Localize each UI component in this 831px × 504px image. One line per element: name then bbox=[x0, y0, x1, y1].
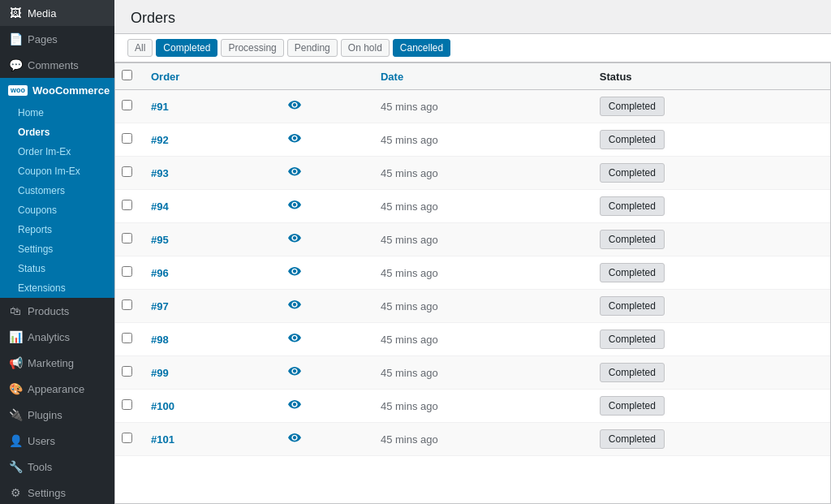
order-link[interactable]: #97 bbox=[151, 300, 169, 312]
row-checkbox[interactable] bbox=[122, 266, 132, 277]
row-checkbox[interactable] bbox=[122, 399, 132, 410]
sidebar-item-order-im-ex[interactable]: Order Im-Ex bbox=[0, 142, 114, 162]
eye-cell bbox=[278, 256, 371, 290]
table-row: #101 45 mins ago Completed bbox=[115, 423, 830, 456]
sidebar-item-plugins[interactable]: 🔌 Plugins bbox=[0, 402, 114, 428]
view-icon[interactable] bbox=[288, 266, 301, 279]
row-checkbox-cell bbox=[115, 123, 141, 157]
view-icon[interactable] bbox=[288, 133, 301, 146]
date-cell: 45 mins ago bbox=[371, 123, 590, 157]
row-checkbox-cell bbox=[115, 356, 141, 390]
eye-cell bbox=[278, 390, 371, 423]
date-cell: 45 mins ago bbox=[371, 423, 590, 456]
row-checkbox[interactable] bbox=[122, 166, 132, 177]
filter-tab-processing[interactable]: Processing bbox=[221, 39, 283, 57]
row-checkbox-cell bbox=[115, 256, 141, 290]
view-icon[interactable] bbox=[288, 333, 301, 346]
sidebar-item-woocommerce[interactable]: woo WooCommerce bbox=[0, 78, 114, 103]
date-cell: 45 mins ago bbox=[371, 323, 590, 356]
filter-tab-all[interactable]: All bbox=[127, 39, 153, 57]
view-icon[interactable] bbox=[288, 433, 301, 446]
select-all-checkbox[interactable] bbox=[122, 70, 132, 80]
row-checkbox[interactable] bbox=[122, 200, 132, 210]
order-cell: #100 bbox=[141, 390, 278, 423]
sidebar-item-tools[interactable]: 🔧 Tools bbox=[0, 454, 114, 480]
order-link[interactable]: #92 bbox=[151, 134, 169, 146]
row-checkbox[interactable] bbox=[122, 233, 132, 243]
filter-tab-completed[interactable]: Completed bbox=[156, 39, 217, 57]
sidebar-item-orders[interactable]: Orders bbox=[0, 123, 114, 142]
filter-tab-cancelled[interactable]: Cancelled bbox=[393, 39, 450, 57]
date-column-header[interactable]: Date bbox=[371, 63, 590, 90]
plugins-icon: 🔌 bbox=[8, 408, 23, 421]
order-link[interactable]: #94 bbox=[151, 200, 169, 213]
view-icon[interactable] bbox=[288, 366, 301, 379]
row-checkbox[interactable] bbox=[122, 333, 132, 343]
order-link[interactable]: #96 bbox=[151, 267, 169, 279]
table-row: #95 45 mins ago Completed bbox=[115, 223, 830, 256]
sidebar-item-reports[interactable]: Reports bbox=[0, 220, 114, 239]
sidebar-item-pages[interactable]: 📄 Pages bbox=[0, 26, 114, 52]
order-link[interactable]: #91 bbox=[151, 101, 169, 113]
sidebar-item-coupons[interactable]: Coupons bbox=[0, 200, 114, 220]
sidebar-item-marketing[interactable]: 📢 Marketing bbox=[0, 350, 114, 376]
filter-tab-on-hold[interactable]: On hold bbox=[341, 39, 390, 57]
pages-icon: 📄 bbox=[8, 32, 23, 45]
users-icon: 👤 bbox=[8, 434, 23, 447]
orders-table-container[interactable]: Order Date Status #91 45 mins ago Comp bbox=[114, 62, 831, 504]
row-checkbox[interactable] bbox=[122, 366, 132, 377]
orders-table-body: #91 45 mins ago Completed #92 bbox=[115, 90, 830, 456]
view-icon[interactable] bbox=[288, 233, 301, 246]
sidebar-item-extensions[interactable]: Extensions bbox=[0, 278, 114, 298]
table-row: #100 45 mins ago Completed bbox=[115, 390, 830, 423]
status-cell: Completed bbox=[590, 290, 830, 323]
sidebar-item-settings-main[interactable]: ⚙ Settings bbox=[0, 480, 114, 504]
view-icon[interactable] bbox=[288, 399, 301, 412]
date-cell: 45 mins ago bbox=[371, 356, 590, 390]
order-link[interactable]: #101 bbox=[151, 433, 174, 446]
date-cell: 45 mins ago bbox=[371, 190, 590, 223]
sidebar-item-comments[interactable]: 💬 Comments bbox=[0, 52, 114, 78]
order-column-header[interactable]: Order bbox=[141, 63, 278, 90]
order-link[interactable]: #100 bbox=[151, 400, 174, 412]
order-cell: #98 bbox=[141, 323, 278, 356]
status-badge: Completed bbox=[600, 396, 665, 416]
sidebar-item-users[interactable]: 👤 Users bbox=[0, 428, 114, 454]
sidebar-item-coupon-im-ex[interactable]: Coupon Im-Ex bbox=[0, 162, 114, 181]
row-checkbox-cell bbox=[115, 223, 141, 256]
sidebar-item-media[interactable]: 🖼 Media bbox=[0, 0, 114, 26]
view-icon[interactable] bbox=[288, 100, 301, 113]
status-badge: Completed bbox=[600, 130, 665, 149]
eye-cell bbox=[278, 290, 371, 323]
sidebar-item-analytics[interactable]: 📊 Analytics bbox=[0, 324, 114, 350]
row-checkbox[interactable] bbox=[122, 133, 132, 144]
sidebar-item-customers[interactable]: Customers bbox=[0, 181, 114, 200]
view-icon[interactable] bbox=[288, 200, 301, 213]
order-link[interactable]: #98 bbox=[151, 334, 169, 346]
woocommerce-submenu: Home Orders Order Im-Ex Coupon Im-Ex Cus… bbox=[0, 103, 114, 298]
order-cell: #94 bbox=[141, 190, 278, 223]
page-title-bar: Orders bbox=[114, 0, 831, 33]
view-icon[interactable] bbox=[288, 166, 301, 179]
view-icon[interactable] bbox=[288, 299, 301, 312]
order-link[interactable]: #95 bbox=[151, 234, 169, 246]
status-cell: Completed bbox=[590, 190, 830, 223]
sidebar-item-settings[interactable]: Settings bbox=[0, 239, 114, 259]
order-cell: #97 bbox=[141, 290, 278, 323]
row-checkbox[interactable] bbox=[122, 433, 132, 443]
date-cell: 45 mins ago bbox=[371, 90, 590, 123]
order-link[interactable]: #99 bbox=[151, 367, 169, 379]
sidebar-item-appearance[interactable]: 🎨 Appearance bbox=[0, 376, 114, 402]
filter-tab-pending[interactable]: Pending bbox=[287, 39, 338, 57]
row-checkbox[interactable] bbox=[122, 299, 132, 310]
row-checkbox-cell bbox=[115, 423, 141, 456]
sidebar-item-status[interactable]: Status bbox=[0, 259, 114, 278]
row-checkbox[interactable] bbox=[122, 100, 132, 110]
sidebar-item-label: Comments bbox=[28, 59, 106, 71]
comments-icon: 💬 bbox=[8, 58, 23, 71]
order-link[interactable]: #93 bbox=[151, 167, 169, 179]
sidebar-item-products[interactable]: 🛍 Products bbox=[0, 298, 114, 324]
eye-cell bbox=[278, 323, 371, 356]
order-cell: #92 bbox=[141, 123, 278, 157]
sidebar-item-home[interactable]: Home bbox=[0, 103, 114, 123]
